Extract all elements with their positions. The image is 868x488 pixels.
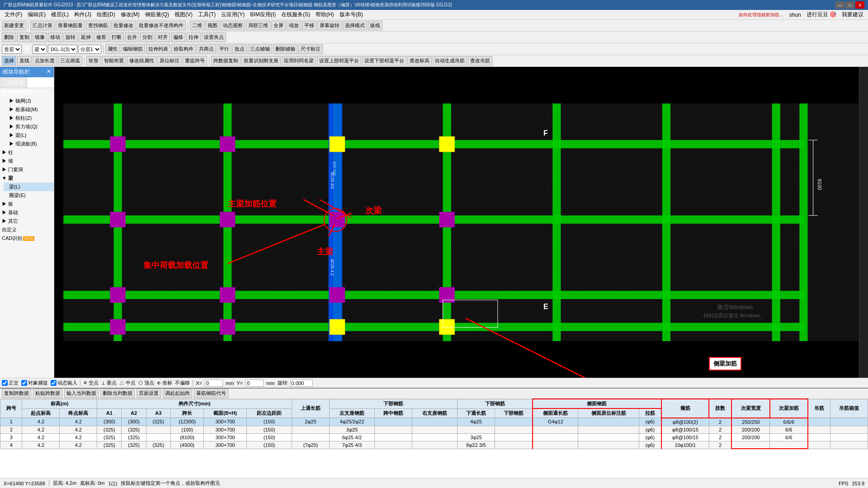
snap-ortho-checkbox[interactable] bbox=[2, 380, 8, 386]
table-row[interactable]: 4 4.2 4.2 (325) (325) (325) (4500) 300×7… bbox=[0, 441, 868, 449]
tb-view[interactable]: 视图 bbox=[205, 21, 220, 30]
tb-smart-layout[interactable]: 智能布置 bbox=[102, 56, 126, 66]
tb-check-elev[interactable]: 查改标高 bbox=[407, 56, 432, 66]
tb-mod-section[interactable]: 修改段属性 bbox=[127, 56, 156, 66]
tb-copy-span[interactable]: 跨数据复制 bbox=[211, 56, 241, 66]
tb-view-rebar[interactable]: 查看钢筋量 bbox=[56, 21, 85, 30]
tree-item-beam-l[interactable]: ▶ 梁(L) bbox=[4, 131, 54, 140]
tb-batch-modify[interactable]: 批量修改 bbox=[111, 21, 136, 30]
tb-calc[interactable]: 汇总计算 bbox=[30, 21, 55, 30]
tree-group-door[interactable]: ▶ 门窗洞 bbox=[0, 165, 54, 174]
btn-copy-span[interactable]: 复制跨数据 bbox=[2, 389, 31, 398]
tb-copy[interactable]: 复制 bbox=[17, 33, 32, 42]
cad-drawing[interactable]: 8100 F E 6C25 4/3 dC25 4.2 主梁加筋位置 次梁 主梁 … bbox=[54, 67, 868, 378]
menu-edit[interactable]: 编辑(E) bbox=[25, 10, 48, 19]
snap-dynamic-checkbox[interactable] bbox=[51, 380, 57, 386]
bottom-table-container[interactable]: 跨号 标高(m) 构件尺寸(mm) 上通长筋 下部钢筋 下部钢筋 侧面钢筋 箍筋… bbox=[0, 399, 868, 479]
tb-select[interactable]: 选择 bbox=[2, 56, 16, 66]
tb-fullscreen[interactable]: 全屏 bbox=[271, 21, 286, 30]
menu-help[interactable]: 帮助(H) bbox=[313, 10, 337, 19]
close-btn[interactable]: ✕ bbox=[855, 1, 864, 9]
tb-extend[interactable]: 延伸 bbox=[79, 33, 93, 42]
tb-local-3d[interactable]: 局部三维 bbox=[246, 21, 270, 30]
tb-stretch[interactable]: 拉伸 bbox=[186, 33, 201, 42]
menu-add-process[interactable]: 如何处理筏板附加筋… bbox=[736, 11, 787, 19]
tb-select-mode[interactable]: 选择模式 bbox=[343, 21, 367, 30]
btn-reset[interactable]: 调起起始跨 bbox=[163, 389, 192, 398]
tb-line[interactable]: 直线 bbox=[17, 56, 32, 66]
tb-pull-list[interactable]: 拉伸列表 bbox=[146, 44, 170, 54]
menu-version[interactable]: 版本号(B) bbox=[337, 10, 366, 19]
tb-set-grip[interactable]: 设置夹点 bbox=[202, 33, 226, 42]
table-row[interactable]: 2 4.2 4.2 (325) (325) (100) 300×700 (150… bbox=[0, 426, 868, 433]
x-input[interactable] bbox=[205, 380, 223, 387]
tb-auto-hanger[interactable]: 自动生成吊筋 bbox=[433, 56, 467, 66]
tb-dynamic-view[interactable]: 动态观察 bbox=[221, 21, 245, 30]
tb-two-points[interactable]: 共两点 bbox=[197, 44, 216, 54]
tree-item-axis[interactable]: ▶ 轴网(J) bbox=[4, 97, 54, 105]
tree-item-shear-wall[interactable]: ▶ 剪力墙(Q) bbox=[4, 122, 54, 131]
snap-ortho[interactable]: 正交 bbox=[2, 380, 19, 386]
snap-object[interactable]: 对象捕捉 bbox=[21, 380, 48, 386]
tb-trim[interactable]: 修剪 bbox=[94, 33, 108, 42]
tb-re-span[interactable]: 重提跨号 bbox=[183, 56, 207, 66]
tree-group-foundation[interactable]: ▶ 基础 bbox=[0, 208, 54, 217]
tb-set-lower[interactable]: 设置下部邻遥平台 bbox=[362, 56, 406, 66]
tb-break[interactable]: 打断 bbox=[109, 33, 124, 42]
menu-floor[interactable]: 楼层(L) bbox=[48, 10, 71, 19]
menu-rebar[interactable]: 钢筋量(Q) bbox=[142, 10, 172, 19]
tb-three-point[interactable]: 三点辅轴 bbox=[248, 44, 272, 54]
y-input[interactable] bbox=[245, 380, 264, 387]
tree-group-col[interactable]: ▶ 柱 bbox=[0, 148, 54, 157]
tree-item-beam[interactable]: 梁(L) bbox=[4, 183, 54, 191]
tb-arc[interactable]: 三点画弧 bbox=[58, 56, 82, 66]
canvas-area[interactable]: 8100 F E 6C25 4/3 dC25 4.2 主梁加筋位置 次梁 主梁 … bbox=[54, 67, 868, 378]
tree-group-wall[interactable]: ▶ 墙 bbox=[0, 157, 54, 165]
tb-offset[interactable]: 偏移 bbox=[171, 33, 185, 42]
menu-element[interactable]: 构件(J) bbox=[71, 10, 94, 19]
tb-new-change[interactable]: 新建变更 bbox=[2, 21, 26, 30]
tree-item-ring-beam[interactable]: 圈梁(E) bbox=[4, 191, 54, 200]
nav-project-settings[interactable]: 工程设置 bbox=[0, 77, 27, 88]
tree-group-custom[interactable]: 自定义 bbox=[0, 225, 54, 234]
menu-online[interactable]: 在线服务(S) bbox=[278, 10, 313, 19]
tb-delete[interactable]: 删除 bbox=[2, 33, 16, 42]
tb-del-axis[interactable]: 删除辅轴 bbox=[273, 44, 297, 54]
tb-screen-rotate[interactable]: 屏幕旋转 bbox=[317, 21, 342, 30]
tb-batch-identify[interactable]: 批量识别附支座 bbox=[241, 56, 281, 66]
tb-edit-rebar[interactable]: 编辑钢筋 bbox=[121, 44, 145, 54]
tb-pan[interactable]: 平移 bbox=[302, 21, 316, 30]
menu-file[interactable]: 文件(F) bbox=[2, 10, 25, 19]
snap-dynamic[interactable]: 动态输入 bbox=[51, 380, 77, 386]
btn-del-col[interactable]: 删除当列数据 bbox=[100, 389, 135, 398]
btn-paste-span[interactable]: 粘贴跨数据 bbox=[33, 389, 62, 398]
rotate-input[interactable] bbox=[290, 380, 313, 387]
tb-zoom[interactable]: 缩放 bbox=[287, 21, 301, 30]
menu-view[interactable]: 视图(V) bbox=[172, 10, 195, 19]
tb-align[interactable]: 对齐 bbox=[156, 33, 170, 42]
menu-bim[interactable]: BIM应用(I) bbox=[247, 10, 278, 19]
tb-move[interactable]: 移动 bbox=[48, 33, 62, 42]
tb-rotate[interactable]: 旋转 bbox=[63, 33, 78, 42]
snap-object-checkbox[interactable] bbox=[21, 380, 27, 386]
tb-dim-mark[interactable]: 尺寸标注 bbox=[298, 44, 323, 54]
tree-group-cad[interactable]: CAD识别 NEW bbox=[0, 234, 54, 243]
tree-group-other[interactable]: ▶ 其它 bbox=[0, 217, 54, 225]
tb-merge[interactable]: 合并 bbox=[125, 33, 139, 42]
tb-property[interactable]: 属性 bbox=[105, 44, 120, 54]
tree-item-frame-col[interactable]: ▶ 框柱(Z) bbox=[4, 114, 54, 122]
nav-draw-input[interactable]: 绘图输入 bbox=[27, 77, 54, 88]
tb-mirror[interactable]: 镜像 bbox=[33, 33, 47, 42]
minimize-btn[interactable]: — bbox=[835, 1, 844, 9]
tb-2d[interactable]: 二维 bbox=[190, 21, 204, 30]
table-row[interactable]: 3 4.2 4.2 (325) (325) (8100) 300×700 (15… bbox=[0, 433, 868, 441]
tb-pick-element[interactable]: 拾取构件 bbox=[171, 44, 196, 54]
tb-find[interactable]: 查找钢筋 bbox=[86, 21, 110, 30]
menu-draw[interactable]: 绘图(D) bbox=[94, 10, 118, 19]
btn-input-col[interactable]: 输入当列数据 bbox=[64, 389, 99, 398]
tb-set-upper[interactable]: 设置上部邻遥平台 bbox=[317, 56, 361, 66]
menu-modify[interactable]: 修改(M) bbox=[118, 10, 142, 19]
btn-page-setup[interactable]: 页面设置 bbox=[137, 389, 161, 398]
tb-rect[interactable]: 矩形 bbox=[86, 56, 101, 66]
table-row[interactable]: 1 4.2 4.2 (300) (300) (325) (12300) 300×… bbox=[0, 418, 868, 426]
